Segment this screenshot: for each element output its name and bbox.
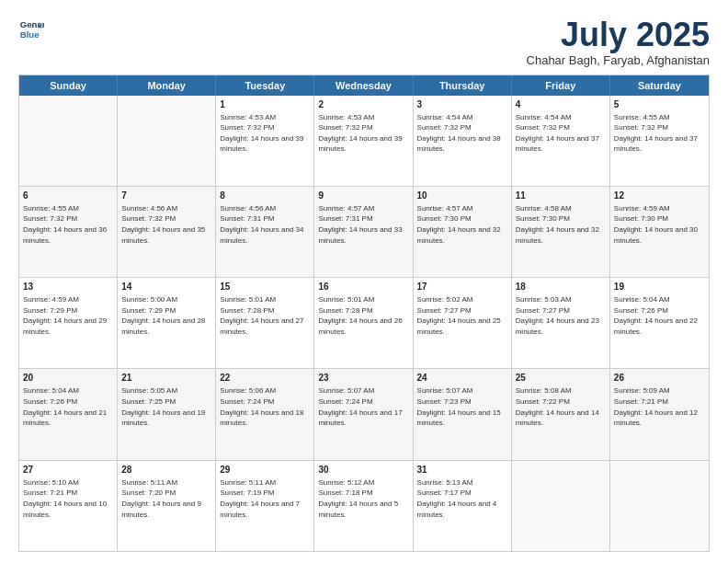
day-number: 15 — [220, 281, 310, 293]
cell-info: Sunrise: 5:08 AM Sunset: 7:22 PM Dayligh… — [516, 385, 606, 428]
day-number: 6 — [23, 190, 113, 202]
calendar-row-2: 13Sunrise: 4:59 AM Sunset: 7:29 PM Dayli… — [19, 277, 709, 368]
day-number: 10 — [417, 190, 507, 202]
cell-info: Sunrise: 5:13 AM Sunset: 7:17 PM Dayligh… — [417, 477, 507, 520]
day-number: 24 — [417, 372, 507, 385]
calendar-row-4: 27Sunrise: 5:10 AM Sunset: 7:21 PM Dayli… — [19, 460, 709, 551]
page: General Blue July 2025 Chahar Bagh, Fary… — [0, 0, 728, 563]
cell-info: Sunrise: 4:59 AM Sunset: 7:29 PM Dayligh… — [23, 294, 113, 337]
day-number: 29 — [220, 464, 310, 477]
header-day-monday: Monday — [118, 75, 216, 96]
day-number: 16 — [318, 281, 408, 293]
calendar-cell-13: 13Sunrise: 4:59 AM Sunset: 7:29 PM Dayli… — [19, 278, 118, 368]
calendar-cell-10: 10Sunrise: 4:57 AM Sunset: 7:30 PM Dayli… — [414, 187, 512, 277]
cell-info: Sunrise: 5:07 AM Sunset: 7:23 PM Dayligh… — [417, 385, 507, 428]
calendar-cell-empty-0-1 — [118, 96, 216, 186]
calendar-cell-21: 21Sunrise: 5:05 AM Sunset: 7:25 PM Dayli… — [118, 369, 216, 459]
day-number: 26 — [614, 372, 705, 385]
calendar-cell-15: 15Sunrise: 5:01 AM Sunset: 7:28 PM Dayli… — [216, 278, 314, 368]
title-block: July 2025 Chahar Bagh, Faryab, Afghanist… — [527, 17, 710, 67]
calendar-cell-empty-4-5 — [512, 461, 610, 551]
day-number: 25 — [516, 372, 606, 385]
month-title: July 2025 — [527, 17, 710, 53]
cell-info: Sunrise: 4:53 AM Sunset: 7:32 PM Dayligh… — [318, 112, 408, 155]
calendar-cell-6: 6Sunrise: 4:55 AM Sunset: 7:32 PM Daylig… — [19, 187, 118, 277]
cell-info: Sunrise: 4:54 AM Sunset: 7:32 PM Dayligh… — [516, 112, 606, 155]
cell-info: Sunrise: 4:53 AM Sunset: 7:32 PM Dayligh… — [220, 112, 310, 155]
day-number: 5 — [614, 98, 705, 111]
calendar-row-0: 1Sunrise: 4:53 AM Sunset: 7:32 PM Daylig… — [19, 96, 709, 186]
header: General Blue July 2025 Chahar Bagh, Fary… — [18, 17, 710, 67]
cell-info: Sunrise: 5:04 AM Sunset: 7:26 PM Dayligh… — [614, 294, 705, 337]
calendar-row-3: 20Sunrise: 5:04 AM Sunset: 7:26 PM Dayli… — [19, 368, 709, 459]
location-subtitle: Chahar Bagh, Faryab, Afghanistan — [527, 53, 710, 67]
cell-info: Sunrise: 5:09 AM Sunset: 7:21 PM Dayligh… — [614, 385, 705, 428]
day-number: 28 — [121, 464, 211, 477]
header-day-sunday: Sunday — [19, 75, 118, 96]
cell-info: Sunrise: 5:10 AM Sunset: 7:21 PM Dayligh… — [23, 477, 113, 520]
cell-info: Sunrise: 5:12 AM Sunset: 7:18 PM Dayligh… — [318, 477, 408, 520]
calendar-cell-9: 9Sunrise: 4:57 AM Sunset: 7:31 PM Daylig… — [314, 187, 413, 277]
cell-info: Sunrise: 4:57 AM Sunset: 7:31 PM Dayligh… — [318, 203, 408, 246]
calendar-cell-8: 8Sunrise: 4:56 AM Sunset: 7:31 PM Daylig… — [216, 187, 314, 277]
calendar-cell-26: 26Sunrise: 5:09 AM Sunset: 7:21 PM Dayli… — [610, 369, 709, 459]
calendar-cell-3: 3Sunrise: 4:54 AM Sunset: 7:32 PM Daylig… — [414, 96, 512, 186]
cell-info: Sunrise: 4:55 AM Sunset: 7:32 PM Dayligh… — [23, 203, 113, 246]
calendar-cell-31: 31Sunrise: 5:13 AM Sunset: 7:17 PM Dayli… — [414, 461, 512, 551]
cell-info: Sunrise: 4:56 AM Sunset: 7:31 PM Dayligh… — [220, 203, 310, 246]
header-day-tuesday: Tuesday — [216, 75, 314, 96]
day-number: 18 — [516, 281, 606, 293]
calendar-body: 1Sunrise: 4:53 AM Sunset: 7:32 PM Daylig… — [19, 96, 709, 551]
day-number: 21 — [121, 372, 211, 385]
logo: General Blue — [18, 17, 44, 42]
svg-text:Blue: Blue — [20, 29, 40, 40]
day-number: 17 — [417, 281, 507, 293]
calendar-cell-1: 1Sunrise: 4:53 AM Sunset: 7:32 PM Daylig… — [216, 96, 314, 186]
cell-info: Sunrise: 5:11 AM Sunset: 7:20 PM Dayligh… — [121, 477, 211, 520]
calendar-cell-2: 2Sunrise: 4:53 AM Sunset: 7:32 PM Daylig… — [314, 96, 413, 186]
calendar-header: SundayMondayTuesdayWednesdayThursdayFrid… — [19, 75, 709, 96]
cell-info: Sunrise: 4:57 AM Sunset: 7:30 PM Dayligh… — [417, 203, 507, 246]
calendar-cell-11: 11Sunrise: 4:58 AM Sunset: 7:30 PM Dayli… — [512, 187, 610, 277]
cell-info: Sunrise: 5:06 AM Sunset: 7:24 PM Dayligh… — [220, 385, 310, 428]
cell-info: Sunrise: 5:04 AM Sunset: 7:26 PM Dayligh… — [23, 385, 113, 428]
day-number: 9 — [318, 190, 408, 202]
day-number: 7 — [121, 190, 211, 202]
calendar-cell-empty-0-0 — [19, 96, 118, 186]
cell-info: Sunrise: 5:02 AM Sunset: 7:27 PM Dayligh… — [417, 294, 507, 337]
calendar-cell-29: 29Sunrise: 5:11 AM Sunset: 7:19 PM Dayli… — [216, 461, 314, 551]
cell-info: Sunrise: 5:05 AM Sunset: 7:25 PM Dayligh… — [121, 385, 211, 428]
cell-info: Sunrise: 5:01 AM Sunset: 7:28 PM Dayligh… — [220, 294, 310, 337]
calendar-cell-27: 27Sunrise: 5:10 AM Sunset: 7:21 PM Dayli… — [19, 461, 118, 551]
day-number: 31 — [417, 464, 507, 477]
calendar-cell-4: 4Sunrise: 4:54 AM Sunset: 7:32 PM Daylig… — [512, 96, 610, 186]
calendar-cell-18: 18Sunrise: 5:03 AM Sunset: 7:27 PM Dayli… — [512, 278, 610, 368]
calendar-cell-22: 22Sunrise: 5:06 AM Sunset: 7:24 PM Dayli… — [216, 369, 314, 459]
calendar-cell-12: 12Sunrise: 4:59 AM Sunset: 7:30 PM Dayli… — [610, 187, 709, 277]
calendar-cell-5: 5Sunrise: 4:55 AM Sunset: 7:32 PM Daylig… — [610, 96, 709, 186]
calendar: SundayMondayTuesdayWednesdayThursdayFrid… — [18, 75, 710, 552]
cell-info: Sunrise: 5:00 AM Sunset: 7:29 PM Dayligh… — [121, 294, 211, 337]
day-number: 27 — [23, 464, 113, 477]
logo-icon: General Blue — [18, 17, 44, 42]
cell-info: Sunrise: 4:56 AM Sunset: 7:32 PM Dayligh… — [121, 203, 211, 246]
calendar-cell-20: 20Sunrise: 5:04 AM Sunset: 7:26 PM Dayli… — [19, 369, 118, 459]
header-day-friday: Friday — [512, 75, 610, 96]
day-number: 22 — [220, 372, 310, 385]
header-day-wednesday: Wednesday — [314, 75, 413, 96]
day-number: 20 — [23, 372, 113, 385]
calendar-cell-23: 23Sunrise: 5:07 AM Sunset: 7:24 PM Dayli… — [314, 369, 413, 459]
header-day-thursday: Thursday — [414, 75, 512, 96]
calendar-cell-empty-4-6 — [610, 461, 709, 551]
svg-text:General: General — [20, 19, 44, 29]
day-number: 23 — [318, 372, 408, 385]
cell-info: Sunrise: 4:55 AM Sunset: 7:32 PM Dayligh… — [614, 112, 705, 155]
calendar-cell-24: 24Sunrise: 5:07 AM Sunset: 7:23 PM Dayli… — [414, 369, 512, 459]
day-number: 30 — [318, 464, 408, 477]
calendar-cell-14: 14Sunrise: 5:00 AM Sunset: 7:29 PM Dayli… — [118, 278, 216, 368]
calendar-cell-17: 17Sunrise: 5:02 AM Sunset: 7:27 PM Dayli… — [414, 278, 512, 368]
day-number: 1 — [220, 98, 310, 111]
cell-info: Sunrise: 5:11 AM Sunset: 7:19 PM Dayligh… — [220, 477, 310, 520]
day-number: 11 — [516, 190, 606, 202]
calendar-cell-19: 19Sunrise: 5:04 AM Sunset: 7:26 PM Dayli… — [610, 278, 709, 368]
